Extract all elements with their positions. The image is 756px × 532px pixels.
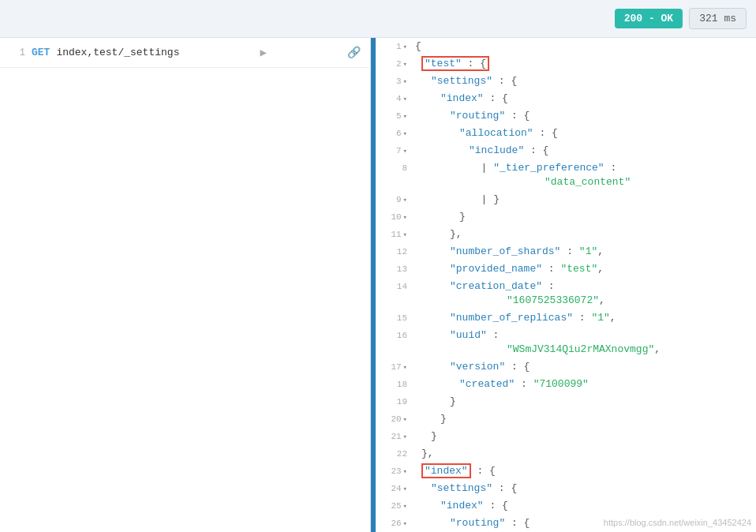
- highlight-index-box: "index": [421, 463, 471, 478]
- line-gutter: 18: [376, 376, 412, 393]
- fold-icon[interactable]: ▾: [403, 415, 407, 424]
- code-text: "index" : {: [412, 463, 496, 480]
- fold-icon[interactable]: ▾: [403, 112, 407, 121]
- json-line: 13"provided_name" : "test",: [371, 260, 756, 278]
- line-gutter: 15: [376, 309, 412, 327]
- line-gutter[interactable]: 10▾: [376, 208, 412, 226]
- json-line: 23▾"index" : {: [371, 463, 756, 480]
- json-line: 4▾"index" : {: [371, 90, 756, 107]
- line-gutter[interactable]: 24▾: [376, 480, 412, 497]
- json-line: 5▾"routing" : {: [371, 107, 756, 125]
- line-gutter[interactable]: 26▾: [376, 515, 412, 532]
- fold-icon[interactable]: ▾: [403, 363, 407, 372]
- code-text: }: [412, 410, 447, 428]
- json-line: 7▾"include" : {: [371, 142, 756, 159]
- line-gutter[interactable]: 25▾: [376, 497, 412, 515]
- line-gutter[interactable]: 11▾: [376, 226, 412, 243]
- line-number: 3: [396, 77, 402, 86]
- json-line: 3▾"settings" : {: [371, 73, 756, 90]
- line-number: 14: [397, 282, 407, 291]
- line-gutter[interactable]: 1▾: [376, 38, 412, 55]
- request-url: index,test/_settings: [56, 47, 179, 58]
- line-gutter[interactable]: 21▾: [376, 428, 412, 445]
- line-number: 11: [391, 230, 401, 239]
- code-text: "uuid" :"WSmJV314Qiu2rMAXnovmgg",: [412, 327, 661, 358]
- code-text: "creation_date" :"1607525336072",: [412, 278, 605, 309]
- fold-icon[interactable]: ▾: [403, 60, 407, 69]
- line-gutter[interactable]: 5▾: [376, 107, 412, 125]
- line-number: 1: [9, 47, 25, 58]
- code-text: "allocation" : {: [412, 125, 558, 142]
- line-gutter: 13: [376, 260, 412, 278]
- line-gutter[interactable]: 9▾: [376, 191, 412, 208]
- json-line: 10▾}: [371, 208, 756, 226]
- line-gutter[interactable]: 20▾: [376, 410, 412, 428]
- code-text: | }: [412, 191, 500, 208]
- code-text: "settings" : {: [412, 480, 517, 497]
- fold-icon[interactable]: ▾: [403, 196, 407, 204]
- status-badge: 200 - OK: [615, 9, 683, 28]
- line-number: 13: [397, 264, 407, 274]
- line-number: 9: [396, 195, 402, 204]
- fold-icon[interactable]: ▾: [403, 77, 407, 86]
- line-gutter: 16: [376, 327, 412, 344]
- json-line: 14"creation_date" :"1607525336072",: [371, 278, 756, 309]
- code-text: }: [412, 428, 437, 445]
- fold-icon[interactable]: ▾: [403, 129, 407, 138]
- json-line: 8 | "_tier_preference" :"data_content": [371, 159, 756, 191]
- line-gutter: 8: [376, 159, 412, 177]
- line-gutter[interactable]: 17▾: [376, 358, 412, 376]
- json-line: 9▾ | }: [371, 191, 756, 208]
- json-line: 19}: [371, 393, 756, 410]
- right-panel[interactable]: 1▾{2▾"test" : {3▾"settings" : {4▾"index"…: [371, 38, 756, 532]
- top-bar: 200 - OK 321 ms: [0, 0, 756, 38]
- json-line: 22},: [371, 445, 756, 463]
- line-number: 23: [391, 466, 401, 476]
- line-number: 17: [391, 362, 401, 372]
- fold-icon[interactable]: ▾: [403, 519, 407, 528]
- fold-icon[interactable]: ▾: [403, 95, 407, 103]
- run-icon[interactable]: ▶: [260, 46, 267, 59]
- fold-icon[interactable]: ▾: [403, 43, 407, 51]
- code-text: },: [412, 226, 462, 243]
- fold-icon[interactable]: ▾: [403, 213, 407, 222]
- line-number: 6: [396, 129, 402, 138]
- line-number: 22: [397, 449, 407, 459]
- code-text: "routing" : {: [412, 107, 530, 125]
- line-gutter[interactable]: 6▾: [376, 125, 412, 142]
- json-line: 1▾{: [371, 38, 756, 55]
- line-number: 15: [397, 313, 407, 323]
- fold-icon[interactable]: ▾: [403, 485, 407, 493]
- json-line: 15"number_of_replicas" : "1",: [371, 309, 756, 327]
- code-text: "settings" : {: [412, 73, 517, 90]
- fold-icon[interactable]: ▾: [403, 467, 407, 476]
- line-number: 1: [396, 42, 402, 51]
- line-gutter[interactable]: 23▾: [376, 463, 412, 480]
- code-text: },: [412, 445, 434, 463]
- fold-icon[interactable]: ▾: [403, 147, 407, 155]
- line-gutter[interactable]: 7▾: [376, 142, 412, 159]
- line-gutter[interactable]: 4▾: [376, 90, 412, 107]
- line-gutter[interactable]: 3▾: [376, 73, 412, 90]
- highlight-box: "test" : {: [421, 56, 489, 71]
- fold-icon[interactable]: ▾: [403, 230, 407, 239]
- line-number: 2: [396, 59, 402, 69]
- request-row: 1 GET index,test/_settings ▶ 🔗: [0, 38, 370, 68]
- fold-icon[interactable]: ▾: [403, 502, 407, 511]
- line-number: 4: [396, 94, 402, 103]
- line-gutter: 12: [376, 243, 412, 260]
- code-text: {: [412, 38, 421, 55]
- code-text: "test" : {: [412, 55, 489, 73]
- line-number: 24: [391, 484, 401, 493]
- line-number: 18: [397, 380, 407, 389]
- json-line: 20▾}: [371, 410, 756, 428]
- line-gutter[interactable]: 2▾: [376, 55, 412, 73]
- tools-icon[interactable]: 🔗: [347, 46, 361, 59]
- fold-icon[interactable]: ▾: [403, 433, 407, 441]
- code-text: "index" : {: [412, 497, 508, 515]
- json-line: 24▾"settings" : {: [371, 480, 756, 497]
- json-line: 17▾"version" : {: [371, 358, 756, 376]
- main-area: 1 GET index,test/_settings ▶ 🔗 1▾{2▾"tes…: [0, 38, 756, 532]
- code-text: }: [412, 393, 456, 410]
- json-line: 21▾}: [371, 428, 756, 445]
